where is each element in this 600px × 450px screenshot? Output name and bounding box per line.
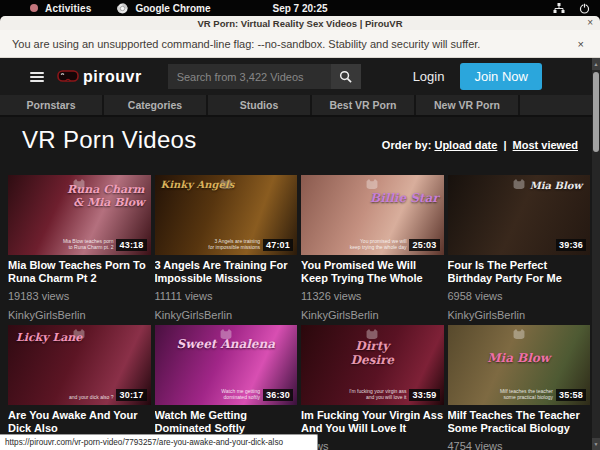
window-title: VR Porn: Virtual Reality Sex Videos | Pi… <box>197 18 402 29</box>
thumb-overlay-text: Runa Charm & Mia Blow <box>67 183 144 209</box>
video-card[interactable]: Dirty Desire I'm fucking your virgin ass… <box>301 325 444 450</box>
video-thumbnail[interactable]: Mia Blow 39:36 <box>448 175 591 255</box>
video-views: 19183 views <box>8 290 151 302</box>
search-icon <box>339 70 352 83</box>
site-logo-text: pirouvr <box>83 68 142 86</box>
site-header: pirouvr Login Join Now <box>0 58 600 95</box>
video-card[interactable]: Licky Lane and your dick also ? 30:17 Ar… <box>8 325 151 450</box>
video-card[interactable]: Mia Blow Milf teaches the teacher some p… <box>448 325 591 450</box>
video-studio-link[interactable]: KinkyGirlsBerlin <box>448 309 591 321</box>
video-views: 6958 views <box>448 290 591 302</box>
video-thumbnail[interactable]: Dirty Desire I'm fucking your virgin ass… <box>301 325 444 405</box>
thumb-overlay-text: Mia Blow <box>448 351 591 365</box>
status-bar: https://pirouvr.com/vr-porn-video/779325… <box>0 434 318 450</box>
video-views: 11111 views <box>155 290 298 302</box>
studio-watermark-cat-icon <box>365 178 379 190</box>
video-thumbnail[interactable]: Billie Star You promised we will keep tr… <box>301 175 444 255</box>
nav-item-new-vr-porn[interactable]: New VR Porn <box>416 95 518 115</box>
video-grid: Runa Charm & Mia Blow Mia Blow teaches p… <box>8 175 590 450</box>
thumb-caption-text: and your dick also ? <box>69 394 113 400</box>
page-title: VR Porn Videos <box>22 126 197 154</box>
order-separator: | <box>503 139 506 151</box>
duration-badge: 36:30 <box>263 389 293 401</box>
activities-button[interactable]: Activities <box>45 3 91 14</box>
thumb-overlay-text: Mia Blow <box>530 180 582 191</box>
order-by: Order by: Upload date | Most viewed <box>382 139 578 154</box>
nav-item-best-vr-porn[interactable]: Best VR Porn <box>312 95 414 115</box>
video-thumbnail[interactable]: Kinky Angels 3 Angels are training for i… <box>155 175 298 255</box>
focused-app-label: Google Chrome <box>135 3 210 14</box>
system-top-bar: Activities Google Chrome Sep 7 20:25 <box>0 0 600 16</box>
order-most-viewed-link[interactable]: Most viewed <box>513 139 578 151</box>
video-title[interactable]: Milf Teaches The Teacher Some Practical … <box>448 409 591 435</box>
nav-filler <box>520 95 600 115</box>
window-titlebar: VR Porn: Virtual Reality Sex Videos | Pi… <box>0 16 600 30</box>
duration-badge: 39:36 <box>556 239 586 251</box>
video-card[interactable]: Sweet Analena Watch me getting dominated… <box>155 325 298 450</box>
video-studio-link[interactable]: KinkyGirlsBerlin <box>155 309 298 321</box>
power-icon[interactable] <box>579 3 590 14</box>
nav-item-studios[interactable]: Studios <box>208 95 310 115</box>
duration-badge: 25:03 <box>409 239 439 251</box>
browser-viewport: pirouvr Login Join Now Pornstars Categor… <box>0 58 600 450</box>
video-card[interactable]: Billie Star You promised we will keep tr… <box>301 175 444 321</box>
login-link[interactable]: Login <box>413 69 445 84</box>
infobar-close-icon[interactable]: × <box>578 38 584 50</box>
video-thumbnail[interactable]: Sweet Analena Watch me getting dominated… <box>155 325 298 405</box>
video-title[interactable]: Four Is The Perfect Birthday Party For M… <box>448 259 591 285</box>
studio-watermark-cat-icon <box>512 328 526 340</box>
video-studio-link[interactable]: KinkyGirlsBerlin <box>8 309 151 321</box>
thumb-caption-text: Milf teaches the teacher some practical … <box>500 388 553 400</box>
thumb-caption-text: I'm fucking your virgin ass and you will… <box>349 388 406 400</box>
search-button[interactable] <box>331 64 361 89</box>
scrollbar[interactable]: ▲ ▼ <box>592 58 600 450</box>
status-url: https://pirouvr.com/vr-porn-video/779325… <box>5 438 283 447</box>
video-title[interactable]: 3 Angels Are Training For Impossible Mis… <box>155 259 298 285</box>
scrollbar-thumb[interactable] <box>593 72 599 152</box>
thumb-caption-text: Watch me getting dominated softly <box>221 388 260 400</box>
window-close-button[interactable]: × <box>587 17 593 28</box>
video-title[interactable]: Watch Me Getting Dominated Softly <box>155 409 298 435</box>
video-title[interactable]: Are You Awake And Your Dick Also <box>8 409 151 435</box>
video-thumbnail[interactable]: Mia Blow Milf teaches the teacher some p… <box>448 325 591 405</box>
site-nav: Pornstars Categories Studios Best VR Por… <box>0 95 600 117</box>
search-bar <box>168 64 361 89</box>
video-title[interactable]: Im Fucking Your Virgin Ass And You Will … <box>301 409 444 435</box>
nav-item-categories[interactable]: Categories <box>104 95 206 115</box>
search-input[interactable] <box>168 64 331 89</box>
chrome-infobar: You are using an unsupported command-lin… <box>0 30 600 58</box>
video-thumbnail[interactable]: Runa Charm & Mia Blow Mia Blow teaches p… <box>8 175 151 255</box>
video-studio-link[interactable]: KinkyGirlsBerlin <box>301 309 444 321</box>
activities-indicator-icon <box>30 4 38 12</box>
duration-badge: 43:18 <box>116 239 146 251</box>
nav-item-pornstars[interactable]: Pornstars <box>0 95 102 115</box>
studio-watermark-cat-icon <box>512 178 526 190</box>
video-views: views <box>301 440 444 450</box>
scroll-up-icon[interactable]: ▲ <box>592 58 600 70</box>
video-card[interactable]: Kinky Angels 3 Angels are training for i… <box>155 175 298 321</box>
duration-badge: 47:01 <box>263 239 293 251</box>
chrome-icon <box>117 3 128 14</box>
video-card[interactable]: Mia Blow 39:36 Four Is The Perfect Birth… <box>448 175 591 321</box>
order-upload-date-link[interactable]: Upload date <box>434 139 497 151</box>
page-head: VR Porn Videos Order by: Upload date | M… <box>22 126 578 154</box>
network-icon[interactable] <box>553 3 565 14</box>
video-card[interactable]: Runa Charm & Mia Blow Mia Blow teaches p… <box>8 175 151 321</box>
duration-badge: 33:59 <box>409 389 439 401</box>
video-title[interactable]: You Promised We Will Keep Trying The Who… <box>301 259 444 285</box>
video-thumbnail[interactable]: Licky Lane and your dick also ? 30:17 <box>8 325 151 405</box>
site-logo[interactable]: pirouvr <box>57 68 142 86</box>
video-views: 11326 views <box>301 290 444 302</box>
video-title[interactable]: Mia Blow Teaches Porn To Runa Charm Pt 2 <box>8 259 151 285</box>
video-views: 4754 views <box>448 440 591 450</box>
thumb-caption-text: Mia Blow teaches porn to Runa Charm pt. … <box>63 238 114 250</box>
menu-icon[interactable] <box>30 72 44 82</box>
thumb-caption-text: 3 Angels are training for impossible mis… <box>208 238 260 250</box>
focused-app-menu[interactable]: Google Chrome <box>117 3 210 14</box>
duration-badge: 30:17 <box>116 389 146 401</box>
thumb-caption-text: You promised we will keep trying the who… <box>350 238 407 250</box>
join-now-button[interactable]: Join Now <box>460 63 541 90</box>
infobar-message: You are using an unsupported command-lin… <box>12 38 480 50</box>
thumb-overlay-text: Kinky Angels <box>161 179 235 190</box>
scroll-down-icon[interactable]: ▼ <box>592 438 600 450</box>
